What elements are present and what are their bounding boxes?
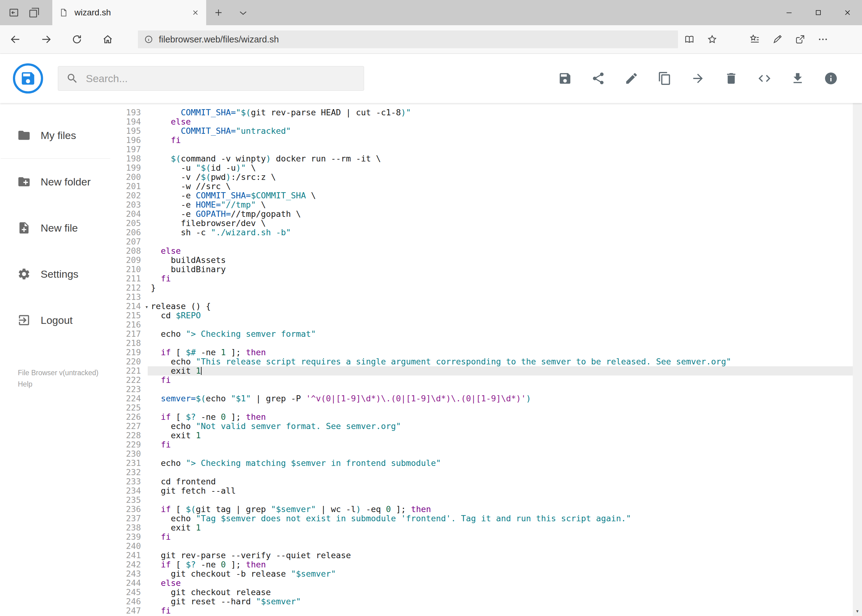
code-line[interactable]: 246 git reset --hard "$semver": [111, 597, 853, 606]
code-line[interactable]: 236 if [ $(git tag | grep "$semver" | wc…: [111, 504, 853, 514]
more-options-button[interactable]: [812, 25, 834, 54]
code-line[interactable]: 241 git rev-parse --verify --quiet relea…: [111, 551, 853, 560]
code-line[interactable]: 223: [111, 385, 853, 394]
code-line[interactable]: 214▾release () {: [111, 302, 853, 311]
search-box[interactable]: [58, 66, 364, 91]
code-line[interactable]: 224 semver=$(echo "$1" | grep -P '^v(0|[…: [111, 394, 853, 403]
code-line[interactable]: 198 $(command -v winpty) docker run --rm…: [111, 154, 853, 163]
site-info-icon[interactable]: [144, 35, 153, 44]
code-line[interactable]: 205 filebrowser/dev \: [111, 218, 853, 228]
share-page-button[interactable]: [789, 25, 812, 54]
back-button[interactable]: [0, 25, 31, 54]
code-line[interactable]: 238 exit 1: [111, 523, 853, 532]
home-button[interactable]: [92, 25, 123, 54]
url-box[interactable]: filebrowser.web/files/wizard.sh: [138, 30, 678, 48]
new-tab-button[interactable]: [206, 0, 231, 25]
hub-button[interactable]: [743, 25, 766, 54]
code-line[interactable]: 213: [111, 292, 853, 302]
code-line[interactable]: 216: [111, 320, 853, 329]
code-line[interactable]: 201 -w //src \: [111, 182, 853, 191]
code-line[interactable]: 217 echo "> Checking semver format": [111, 329, 853, 339]
web-note-button[interactable]: [766, 25, 789, 54]
code-line[interactable]: 218: [111, 339, 853, 348]
code-line[interactable]: 244 else: [111, 578, 853, 588]
code-line[interactable]: 232: [111, 468, 853, 477]
code-line[interactable]: 222 fi: [111, 376, 853, 385]
code-line[interactable]: 197: [111, 145, 853, 154]
minimize-button[interactable]: [774, 0, 804, 25]
reading-view-button[interactable]: [678, 25, 701, 54]
search-input[interactable]: [86, 72, 356, 85]
code-line[interactable]: 245 git checkout release: [111, 588, 853, 597]
delete-button[interactable]: [724, 71, 738, 85]
code-line[interactable]: 212}: [111, 283, 853, 292]
code-line[interactable]: 230: [111, 449, 853, 459]
copy-button[interactable]: [658, 71, 672, 85]
sidebar-item-settings[interactable]: Settings: [0, 251, 111, 297]
raw-view-button[interactable]: [757, 71, 772, 85]
set-tabs-aside-icon[interactable]: [8, 7, 20, 19]
fold-arrow-icon[interactable]: ▾: [145, 302, 148, 311]
browser-tab[interactable]: wizard.sh: [52, 0, 206, 25]
save-button[interactable]: [558, 71, 572, 85]
move-button[interactable]: [691, 71, 705, 85]
code-line[interactable]: 210 buildBinary: [111, 265, 853, 274]
info-button[interactable]: [824, 71, 838, 85]
code-line[interactable]: 208 else: [111, 246, 853, 256]
code-line[interactable]: 243 git checkout -b release "$semver": [111, 569, 853, 578]
share-file-button[interactable]: [591, 71, 605, 85]
scrollbar-down-arrow[interactable]: ▼: [853, 606, 862, 616]
code-line[interactable]: 237 echo "Tag $semver does not exist in …: [111, 514, 853, 523]
line-number: 220: [111, 357, 148, 366]
code-line[interactable]: 215 cd $REPO: [111, 311, 853, 320]
sidebar-item-new-folder[interactable]: New folder: [0, 159, 111, 205]
code-line[interactable]: 194 else: [111, 117, 853, 126]
code-line[interactable]: 207: [111, 237, 853, 246]
code-line[interactable]: 239 fi: [111, 532, 853, 542]
download-button[interactable]: [791, 71, 805, 85]
code-line[interactable]: 221 exit 1: [111, 366, 853, 376]
close-tab-icon[interactable]: [191, 9, 199, 17]
code-line[interactable]: 240: [111, 542, 853, 551]
code-line[interactable]: 206 sh -c "./wizard.sh -b": [111, 228, 853, 237]
close-window-button[interactable]: [833, 0, 862, 25]
code-line[interactable]: 233 cd frontend: [111, 477, 853, 486]
code-line[interactable]: 229 fi: [111, 440, 853, 449]
tab-preview-chevron-button[interactable]: [231, 0, 255, 25]
rename-button[interactable]: [624, 71, 638, 85]
code-line[interactable]: 203 -e HOME="//tmp" \: [111, 200, 853, 209]
tabs-set-aside-icon[interactable]: [28, 7, 40, 19]
browser-scrollbar[interactable]: ▲ ▼: [853, 54, 862, 616]
code-line[interactable]: 199 -u "$(id -u)" \: [111, 163, 853, 173]
code-line[interactable]: 193 COMMIT_SHA="$(git rev-parse HEAD | c…: [111, 108, 853, 117]
code-editor[interactable]: 193 COMMIT_SHA="$(git rev-parse HEAD | c…: [111, 103, 853, 616]
code-line[interactable]: 196 fi: [111, 136, 853, 145]
code-line[interactable]: 231 echo "> Checking matching $semver in…: [111, 459, 853, 468]
help-link[interactable]: Help: [18, 379, 111, 390]
forward-button[interactable]: [31, 25, 61, 54]
code-line[interactable]: 234 git fetch --all: [111, 486, 853, 495]
code-line[interactable]: 202 -e COMMIT_SHA=$COMMIT_SHA \: [111, 191, 853, 200]
code-line[interactable]: 227 echo "Not valid semver format. See s…: [111, 422, 853, 431]
code-line[interactable]: 204 -e GOPATH=//tmp/gopath \: [111, 209, 853, 218]
sidebar-item-logout[interactable]: Logout: [0, 297, 111, 343]
code-line[interactable]: 220 echo "This release script requires a…: [111, 357, 853, 366]
code-line[interactable]: 211 fi: [111, 274, 853, 283]
code-line[interactable]: 228 exit 1: [111, 431, 853, 440]
sidebar-item-label: New folder: [41, 176, 91, 188]
code-line[interactable]: 219 if [ $# -ne 1 ]; then: [111, 348, 853, 357]
code-line[interactable]: 242 if [ $? -ne 0 ]; then: [111, 560, 853, 569]
refresh-button[interactable]: [61, 25, 92, 54]
code-line[interactable]: 209 buildAssets: [111, 256, 853, 265]
maximize-button[interactable]: [804, 0, 833, 25]
code-line[interactable]: 225: [111, 403, 853, 412]
code-line[interactable]: 195 COMMIT_SHA="untracked": [111, 126, 853, 136]
favorite-star-button[interactable]: [701, 25, 723, 54]
code-line[interactable]: 247 fi: [111, 606, 853, 615]
code-line[interactable]: 200 -v /$(pwd):/src:z \: [111, 173, 853, 182]
sidebar-item-new-file[interactable]: New file: [0, 205, 111, 251]
code-line[interactable]: 226 if [ $? -ne 0 ]; then: [111, 412, 853, 422]
sidebar-item-my-files[interactable]: My files: [0, 112, 111, 159]
code-line[interactable]: 235: [111, 495, 853, 504]
app-logo[interactable]: [13, 63, 43, 93]
